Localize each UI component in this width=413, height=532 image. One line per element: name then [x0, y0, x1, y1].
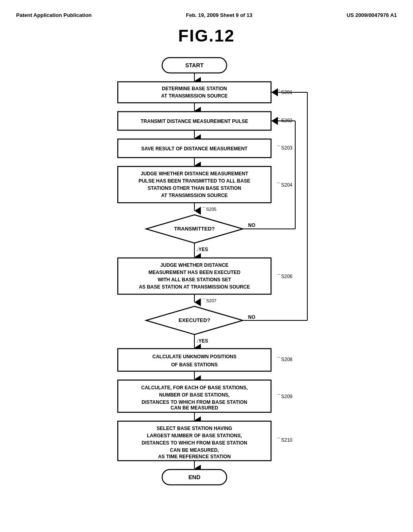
svg-rect-53	[118, 349, 271, 371]
svg-text:TRANSMIT DISTANCE MEASUREMENT : TRANSMIT DISTANCE MEASUREMENT PULSE	[141, 118, 248, 124]
svg-text:CAN BE MEASURED: CAN BE MEASURED	[171, 405, 218, 411]
svg-text:NO: NO	[248, 314, 255, 320]
svg-text:JUDGE WHETHER DISTANCE: JUDGE WHETHER DISTANCE	[160, 262, 228, 268]
svg-text:STATIONS OTHER THAN BASE STATI: STATIONS OTHER THAN BASE STATION	[148, 185, 241, 191]
page: Patent Application Publication Feb. 19, …	[0, 0, 413, 532]
svg-text:CALCULATE, FOR EACH OF BASE ST: CALCULATE, FOR EACH OF BASE STATIONS,	[141, 385, 248, 391]
figure-title: FIG.12	[16, 26, 397, 46]
header-right: US 2009/0047976 A1	[346, 12, 397, 18]
svg-text:TRANSMITTED?: TRANSMITTED?	[174, 226, 215, 232]
svg-text:↓YES: ↓YES	[196, 247, 208, 252]
svg-text:PULSE HAS BEEN TRANSMITTED TO : PULSE HAS BEEN TRANSMITTED TO ALL BASE	[138, 178, 250, 184]
svg-text:DETERMINE BASE STATION: DETERMINE BASE STATION	[162, 86, 227, 91]
svg-text:DISTANCES TO WHICH FROM BASE S: DISTANCES TO WHICH FROM BASE STATION	[142, 440, 247, 446]
svg-text:CALCULATE UNKNOWN POSITIONS: CALCULATE UNKNOWN POSITIONS	[152, 354, 236, 360]
svg-text:START: START	[185, 62, 204, 69]
svg-text:OF BASE STATIONS: OF BASE STATIONS	[171, 362, 218, 368]
svg-text:MEASUREMENT HAS BEEN EXECUTED: MEASUREMENT HAS BEEN EXECUTED	[148, 270, 240, 275]
svg-rect-6	[118, 82, 271, 103]
svg-text:EXECUTED?: EXECUTED?	[179, 317, 211, 323]
svg-text:AS BASE STATION AT TRANSMISSIO: AS BASE STATION AT TRANSMISSION SOURCE	[139, 284, 250, 290]
svg-text:AT TRANSMISSION SOURCE: AT TRANSMISSION SOURCE	[161, 193, 227, 198]
svg-text:⌒S209: ⌒S209	[276, 394, 292, 399]
svg-text:AT TRANSMISSION SOURCE: AT TRANSMISSION SOURCE	[161, 93, 227, 99]
svg-text:⌒S203: ⌒S203	[276, 145, 292, 151]
svg-text:DISTANCES TO WHICH FROM BASE S: DISTANCES TO WHICH FROM BASE STATION	[142, 399, 247, 405]
svg-text:AS TIME REFERENCE STATION: AS TIME REFERENCE STATION	[158, 454, 231, 459]
flowchart-diagram: START DETERMINE BASE STATION AT TRANSMIS…	[69, 54, 344, 521]
svg-text:⌒S208: ⌒S208	[276, 357, 292, 362]
svg-text:⌒S206: ⌒S206	[276, 274, 292, 279]
svg-text:SAVE RESULT OF DISTANCE MEASUR: SAVE RESULT OF DISTANCE MEASUREMENT	[141, 146, 248, 152]
svg-text:CAN BE MEASURED,: CAN BE MEASURED,	[170, 447, 219, 453]
svg-text:WITH ALL BASE STATIONS SET: WITH ALL BASE STATIONS SET	[158, 277, 232, 283]
svg-text:↓YES: ↓YES	[196, 338, 208, 344]
svg-text:⌒S204: ⌒S204	[276, 182, 292, 188]
svg-text:END: END	[188, 474, 200, 480]
svg-text:LARGEST NUMBER OF BASE STATION: LARGEST NUMBER OF BASE STATIONS,	[147, 433, 242, 438]
svg-text:NUMBER OF BASE STATIONS,: NUMBER OF BASE STATIONS,	[159, 392, 230, 398]
svg-text:⌒S205: ⌒S205	[202, 207, 217, 212]
header-left: Patent Application Publication	[16, 12, 92, 18]
svg-text:⌒S207: ⌒S207	[202, 298, 217, 303]
header-middle: Feb. 19, 2009 Sheet 9 of 13	[186, 12, 252, 18]
svg-text:NO: NO	[248, 222, 255, 228]
svg-text:⌒S210: ⌒S210	[276, 437, 292, 443]
page-header: Patent Application Publication Feb. 19, …	[16, 12, 397, 18]
svg-text:JUDGE WHETHER DISTANCE MEASURE: JUDGE WHETHER DISTANCE MEASUREMENT	[141, 171, 248, 177]
svg-text:SELECT BASE STATION HAVING: SELECT BASE STATION HAVING	[156, 426, 232, 431]
